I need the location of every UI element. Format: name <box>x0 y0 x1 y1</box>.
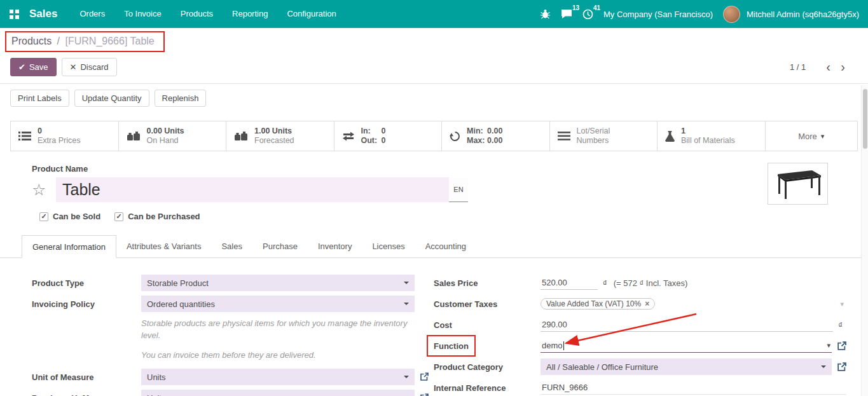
tab-licenses[interactable]: Licenses <box>362 235 415 257</box>
messages-icon[interactable]: 13 <box>561 9 572 19</box>
can-be-purchased-label: Can be Purchased <box>128 212 200 221</box>
field-help-text: Storable products are physical items for… <box>141 317 416 361</box>
checkbox-checked-icon: ✓ <box>114 212 123 221</box>
translation-lang-button[interactable]: EN <box>449 177 468 202</box>
stat-more-button[interactable]: More ▾ <box>766 121 858 151</box>
tab-general-information[interactable]: General Information <box>22 235 116 258</box>
unit-of-measure-label: Unit of Measure <box>32 372 141 382</box>
can-be-sold-checkbox[interactable]: ✓ Can be Sold <box>39 212 100 221</box>
form-right-column: Sales Price 520.00 ₫ (= 572 ₫ Incl. Taxe… <box>434 275 849 396</box>
stat-line: Out:0 <box>361 136 386 146</box>
product-image[interactable] <box>768 163 828 205</box>
chevron-down-icon[interactable]: ▾ <box>840 300 846 308</box>
save-button[interactable]: ✔ Save <box>10 58 57 76</box>
currency-symbol: ₫ <box>603 278 607 288</box>
checkbox-checked-icon: ✓ <box>39 212 48 221</box>
menu-products[interactable]: Products <box>171 0 223 28</box>
unit-of-measure-select[interactable]: Units <box>141 369 415 385</box>
messages-badge: 13 <box>572 4 579 11</box>
tab-sales[interactable]: Sales <box>211 235 252 257</box>
cost-label: Cost <box>434 320 541 330</box>
taxes-included-note: (= 572 ₫ Incl. Taxes) <box>614 278 688 288</box>
external-link-icon[interactable] <box>837 341 846 351</box>
tab-accounting[interactable]: Accounting <box>415 235 476 257</box>
favorite-star-icon[interactable]: ☆ <box>32 181 56 199</box>
menu-reporting[interactable]: Reporting <box>223 0 277 28</box>
tab-inventory[interactable]: Inventory <box>308 235 362 257</box>
stat-forecasted[interactable]: 1.00 UnitsForecasted <box>226 121 334 151</box>
discard-button[interactable]: ✕ Discard <box>62 58 117 76</box>
customer-taxes-label: Customer Taxes <box>434 299 541 309</box>
product-category-label: Product Category <box>434 362 541 372</box>
stat-button-box: 0Extra Prices 0.00 UnitsOn Hand 1.00 Uni… <box>10 121 858 151</box>
activities-clock-icon[interactable]: 41 <box>582 9 593 20</box>
sales-price-input[interactable]: 520.00 <box>541 276 598 290</box>
user-menu[interactable]: Mitchell Admin (sq6ha26gty5x) <box>747 10 859 19</box>
company-switcher[interactable]: My Company (San Francisco) <box>603 10 713 19</box>
product-category-select[interactable]: All / Saleable / Office Furniture <box>541 358 832 375</box>
function-label: Function <box>434 341 469 351</box>
cross-icon: ✕ <box>70 62 77 72</box>
breadcrumb-current: [FURN_9666] Table <box>65 36 155 46</box>
inventory-bags-icon <box>127 131 141 141</box>
stat-reordering-rules[interactable]: Min:0.00 Max:0.00 <box>442 121 550 151</box>
stat-line: Max:0.00 <box>467 136 502 146</box>
help-invoice: You can invoice them before they are del… <box>141 349 416 361</box>
external-link-icon[interactable] <box>420 393 429 396</box>
refresh-icon <box>450 131 460 142</box>
scrollbar-thumb[interactable] <box>863 89 867 149</box>
discard-button-label: Discard <box>80 62 108 72</box>
help-storable: Storable products are physical items for… <box>141 317 416 341</box>
tag-remove-icon[interactable]: × <box>645 299 649 308</box>
action-button-row: Print Labels Update Quantity Replenish <box>0 84 868 113</box>
stat-value: 1 <box>681 126 735 136</box>
debug-bug-icon[interactable] <box>540 9 551 19</box>
stat-on-hand[interactable]: 0.00 UnitsOn Hand <box>119 121 227 151</box>
stat-bill-of-materials[interactable]: 1Bill of Materials <box>658 121 766 151</box>
chevron-down-icon: ▾ <box>821 132 825 140</box>
stat-in-out[interactable]: In:0 Out:0 <box>334 121 443 151</box>
can-be-purchased-checkbox[interactable]: ✓ Can be Purchased <box>114 212 200 221</box>
update-quantity-button[interactable]: Update Quantity <box>74 90 149 107</box>
purchase-uom-label: Purchase UoM <box>32 393 141 396</box>
sales-price-label: Sales Price <box>434 278 541 288</box>
customer-tax-tag[interactable]: Value Added Tax (VAT) 10% × <box>541 298 655 310</box>
tab-purchase[interactable]: Purchase <box>252 235 308 257</box>
pricelist-icon <box>18 131 31 141</box>
pager-next-icon[interactable]: › <box>837 60 849 74</box>
list-icon <box>558 132 570 140</box>
function-input-value: demo <box>542 341 563 350</box>
activities-badge: 41 <box>593 4 600 11</box>
pager-previous-icon[interactable]: ‹ <box>822 60 834 74</box>
print-labels-button[interactable]: Print Labels <box>10 90 69 107</box>
app-name[interactable]: Sales <box>29 8 57 20</box>
stat-label: On Hand <box>147 136 184 146</box>
transfer-arrows-icon <box>342 132 355 141</box>
top-navbar: Sales Orders To Invoice Products Reporti… <box>0 0 868 28</box>
stat-lot-serial[interactable]: Lot/SerialNumbers <box>550 121 658 151</box>
menu-orders[interactable]: Orders <box>70 0 114 28</box>
external-link-icon[interactable] <box>837 362 846 372</box>
function-input[interactable]: demo ▾ <box>541 339 832 353</box>
apps-menu-icon[interactable] <box>0 0 28 28</box>
breadcrumb-products[interactable]: Products <box>11 36 52 46</box>
currency-symbol: ₫ <box>838 320 843 330</box>
cost-input[interactable]: 290.00 <box>541 318 833 332</box>
invoicing-policy-select[interactable]: Ordered quantities <box>141 296 415 312</box>
user-avatar[interactable] <box>723 6 740 23</box>
internal-reference-input[interactable]: FURN_9666 <box>541 381 846 395</box>
purchase-uom-select[interactable]: Units <box>141 390 415 396</box>
stat-label: Forecasted <box>254 136 294 146</box>
menu-to-invoice[interactable]: To Invoice <box>114 0 171 28</box>
product-type-select[interactable]: Storable Product <box>141 275 415 291</box>
chevron-down-icon[interactable]: ▾ <box>827 341 830 350</box>
tab-attributes-variants[interactable]: Attributes & Variants <box>116 235 212 257</box>
replenish-button[interactable]: Replenish <box>155 90 207 107</box>
vertical-scrollbar[interactable] <box>861 85 868 396</box>
product-name-input[interactable]: Table <box>56 177 449 202</box>
stat-extra-prices[interactable]: 0Extra Prices <box>11 121 119 151</box>
table-image <box>773 167 823 200</box>
external-link-icon[interactable] <box>420 372 429 381</box>
invoicing-policy-label: Invoicing Policy <box>32 299 141 309</box>
menu-configuration[interactable]: Configuration <box>277 0 345 28</box>
